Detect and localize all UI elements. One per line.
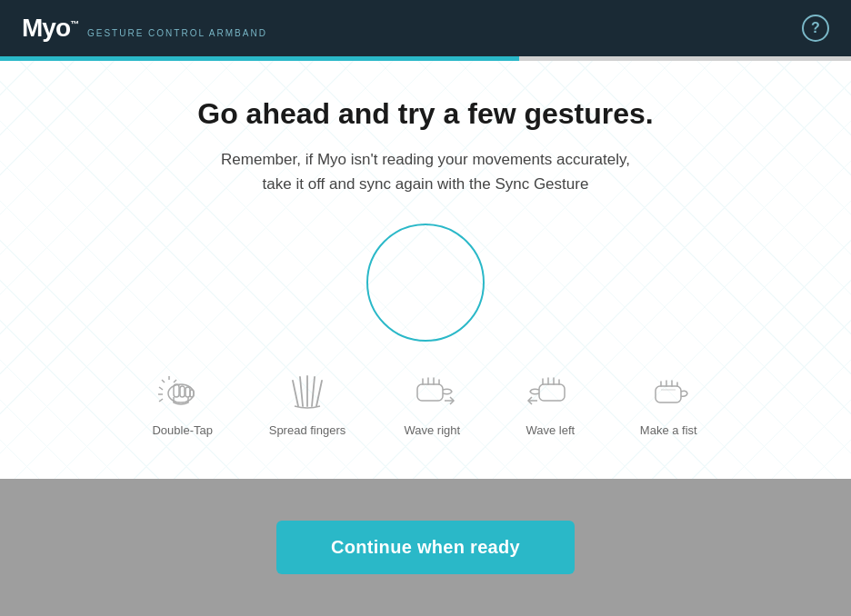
gesture-item-wave-right: Wave right — [400, 369, 464, 437]
svg-line-1 — [159, 387, 163, 390]
svg-rect-5 — [180, 386, 185, 397]
svg-line-3 — [159, 399, 163, 402]
gesture-item-make-fist: Make a fist — [636, 369, 700, 437]
svg-line-15 — [316, 381, 322, 406]
gesture-item-spread-fingers: Spread fingers — [269, 369, 346, 437]
gesture-item-wave-left: Wave left — [518, 369, 582, 437]
make-fist-label: Make a fist — [640, 423, 697, 437]
footer: Continue when ready — [0, 479, 851, 616]
header-brand: Myo™ GESTURE CONTROL ARMBAND — [22, 14, 267, 43]
svg-rect-16 — [417, 384, 443, 401]
header-subtitle: GESTURE CONTROL ARMBAND — [87, 28, 267, 38]
continue-button[interactable]: Continue when ready — [276, 521, 575, 574]
page-subtitle: Remember, if Myo isn't reading your move… — [221, 147, 630, 196]
spread-fingers-label: Spread fingers — [269, 423, 346, 437]
svg-line-14 — [312, 377, 315, 406]
spread-fingers-icon — [275, 369, 339, 414]
svg-line-12 — [300, 377, 303, 406]
gesture-item-double-tap: Double-Tap — [151, 369, 215, 437]
svg-line-11 — [293, 381, 298, 406]
make-fist-icon — [636, 369, 700, 414]
main-content: Go ahead and try a few gestures. Remembe… — [0, 61, 851, 479]
svg-line-8 — [162, 380, 165, 383]
page-title: Go ahead and try a few gestures. — [197, 97, 653, 131]
subtitle-line1: Remember, if Myo isn't reading your move… — [221, 151, 630, 168]
wave-right-label: Wave right — [404, 423, 460, 437]
wave-right-icon — [400, 369, 464, 414]
wave-left-label: Wave left — [526, 423, 575, 437]
double-tap-icon — [151, 369, 215, 414]
gesture-circle — [366, 224, 485, 342]
svg-rect-28 — [656, 386, 681, 402]
svg-rect-22 — [539, 384, 565, 401]
logo-tm: ™ — [70, 19, 78, 29]
header: Myo™ GESTURE CONTROL ARMBAND ? — [0, 0, 851, 56]
double-tap-label: Double-Tap — [152, 423, 213, 437]
subtitle-line2: take it off and sync again with the Sync… — [263, 175, 589, 193]
logo-text: Myo — [22, 14, 70, 42]
svg-line-10 — [174, 380, 176, 383]
gestures-row: Double-Tap Spread fingers — [18, 369, 833, 437]
wave-left-icon — [518, 369, 582, 414]
svg-rect-7 — [190, 390, 194, 397]
help-button[interactable]: ? — [802, 15, 829, 42]
myo-logo: Myo™ — [22, 14, 78, 43]
